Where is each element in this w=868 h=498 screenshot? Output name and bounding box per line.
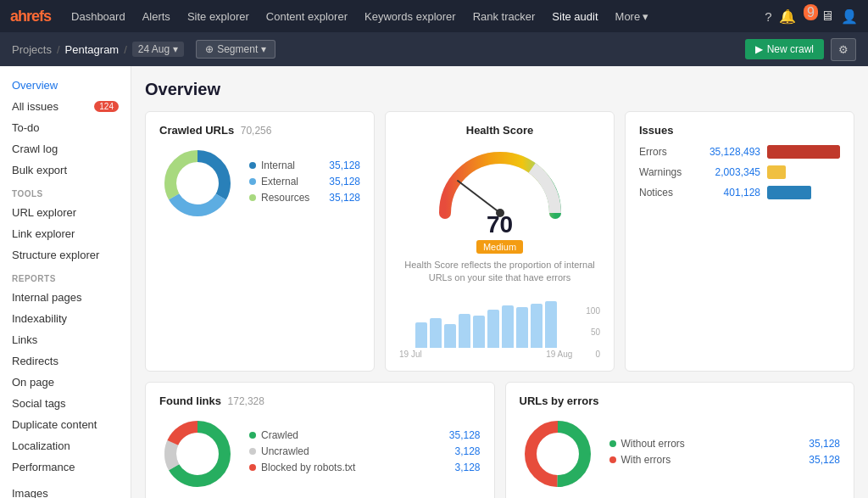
nav-keywords-explorer[interactable]: Keywords explorer (358, 7, 463, 26)
crawled-urls-total: 70,256 (241, 125, 272, 137)
issue-value: 35,128,493 (701, 146, 760, 158)
crawled-urls-card: Crawled URLs 70,256 (145, 111, 375, 372)
tools-section-label: TOOLS (0, 181, 131, 202)
nav-icons: ? 🔔 9 🖥 👤 (765, 8, 858, 25)
legend-blocked[interactable]: Blocked by robots.txt 3,128 (249, 462, 481, 473)
nav-site-audit[interactable]: Site audit (545, 7, 604, 26)
nav-site-explorer[interactable]: Site explorer (181, 7, 256, 26)
external-label: External (261, 176, 324, 187)
health-desc: Health Score reflects the proportion of … (399, 259, 600, 285)
issues-card: Issues Errors 35,128,493 Warnings 2,003,… (625, 111, 854, 372)
breadcrumb-date[interactable]: 24 Aug ▾ (132, 42, 184, 57)
legend-uncrawled[interactable]: Uncrawled 3,128 (249, 445, 481, 457)
crawled-urls-body: Internal 35,128 External 35,128 Resource… (159, 145, 360, 221)
legend-resources[interactable]: Resources 35,128 (249, 192, 360, 204)
issue-item-errors[interactable]: Errors 35,128,493 (639, 145, 840, 159)
chevron-down-icon: ▾ (261, 43, 266, 55)
issue-bar (767, 165, 786, 179)
settings-button[interactable]: ⚙ (831, 38, 856, 61)
breadcrumb-projects[interactable]: Projects (12, 43, 52, 56)
right-actions: ▶ New crawl ⚙ (745, 38, 856, 61)
nav-alerts[interactable]: Alerts (136, 7, 177, 26)
found-links-legend: Crawled 35,128 Uncrawled 3,128 Blocked b… (249, 429, 481, 478)
health-score-card: Health Score (385, 111, 615, 372)
resources-label: Resources (261, 192, 324, 204)
health-score-title: Health Score (399, 124, 600, 137)
crawled-urls-title: Crawled URLs 70,256 (159, 124, 360, 137)
monitor-icon[interactable]: 🖥 (821, 8, 834, 24)
issue-bar-wrap (767, 165, 840, 179)
cards-row-top: Crawled URLs 70,256 (145, 111, 854, 372)
legend-with-errors[interactable]: With errors 35,128 (609, 454, 841, 466)
sidebar-item-localization[interactable]: Localization (0, 435, 131, 456)
legend-crawled[interactable]: Crawled 35,128 (249, 429, 481, 441)
notifications-icon[interactable]: 🔔 9 (779, 8, 814, 25)
health-bar (502, 305, 514, 348)
external-dot (249, 178, 256, 185)
sidebar-item-redirects[interactable]: Redirects (0, 350, 131, 372)
urls-errors-donut (520, 416, 596, 492)
sidebar-item-link-explorer[interactable]: Link explorer (0, 223, 131, 244)
breadcrumb-site: Pentagram (65, 43, 120, 56)
sidebar-item-performance[interactable]: Performance (0, 456, 131, 478)
sidebar-item-todo[interactable]: To-do (0, 117, 131, 138)
sidebar-item-on-page[interactable]: On page (0, 372, 131, 393)
sidebar-item-images[interactable]: Images (0, 483, 131, 498)
sidebar-item-all-issues[interactable]: All issues 124 (0, 96, 131, 117)
legend-internal[interactable]: Internal 35,128 (249, 159, 360, 171)
nav-content-explorer[interactable]: Content explorer (259, 7, 354, 26)
sidebar: Overview All issues 124 To-do Crawl log … (0, 66, 131, 498)
help-icon[interactable]: ? (765, 9, 771, 24)
sidebar-item-duplicate-content[interactable]: Duplicate content (0, 414, 131, 435)
issue-item-notices[interactable]: Notices 401,128 (639, 186, 840, 199)
urls-errors-body: Without errors 35,128 With errors 35,128 (520, 416, 841, 492)
all-issues-badge: 124 (94, 101, 119, 112)
sidebar-item-social-tags[interactable]: Social tags (0, 393, 131, 414)
reports-section-label: REPORTS (0, 266, 131, 287)
top-nav: ahrefs Dashboard Alerts Site explorer Co… (0, 0, 868, 32)
with-error-dot (609, 456, 616, 463)
health-bar (531, 304, 542, 348)
nav-dashboard[interactable]: Dashboard (64, 7, 132, 26)
sidebar-item-links[interactable]: Links (0, 329, 131, 350)
nav-more[interactable]: More ▾ (609, 7, 656, 26)
segment-button[interactable]: ⊕ Segment ▾ (196, 40, 275, 59)
issues-list: Errors 35,128,493 Warnings 2,003,345 Not… (639, 145, 840, 199)
sidebar-item-crawl-log[interactable]: Crawl log (0, 138, 131, 159)
segment-icon: ⊕ (205, 43, 214, 55)
blocked-dot (249, 464, 256, 471)
health-bars (399, 297, 572, 348)
health-dates: 19 Jul 19 Aug (399, 350, 572, 359)
no-error-dot (609, 440, 616, 447)
urls-by-errors-title: URLs by errors (520, 394, 841, 407)
uncrawled-dot (249, 448, 256, 455)
sidebar-item-overview[interactable]: Overview (0, 75, 131, 96)
found-links-donut-svg (159, 416, 236, 492)
issue-bar-wrap (767, 145, 840, 159)
svg-point-11 (177, 434, 218, 474)
breadcrumb-bar: Projects / Pentagram / 24 Aug ▾ ⊕ Segmen… (0, 32, 868, 66)
health-bar (545, 301, 557, 348)
legend-without-errors[interactable]: Without errors 35,128 (609, 438, 841, 450)
issue-item-warnings[interactable]: Warnings 2,003,345 (639, 165, 840, 179)
issue-bar (767, 186, 811, 199)
found-links-title: Found links 172,328 (159, 394, 481, 407)
health-bar (444, 324, 456, 348)
sidebar-item-url-explorer[interactable]: URL explorer (0, 202, 131, 223)
health-gauge-svg (432, 145, 568, 221)
sidebar-item-structure-explorer[interactable]: Structure explorer (0, 244, 131, 266)
external-value: 35,128 (329, 176, 360, 187)
sidebar-item-bulk-export[interactable]: Bulk export (0, 159, 131, 181)
found-links-body: Crawled 35,128 Uncrawled 3,128 Blocked b… (159, 416, 481, 492)
urls-errors-legend: Without errors 35,128 With errors 35,128 (609, 438, 841, 470)
health-bar (487, 310, 499, 348)
user-avatar[interactable]: 👤 (841, 8, 858, 25)
sidebar-item-indexability[interactable]: Indexability (0, 308, 131, 329)
nav-rank-tracker[interactable]: Rank tracker (466, 7, 542, 26)
health-bar (473, 316, 485, 348)
legend-external[interactable]: External 35,128 (249, 176, 360, 187)
sidebar-item-internal-pages[interactable]: Internal pages (0, 287, 131, 308)
issue-bar-wrap (767, 186, 840, 199)
issue-bar (767, 145, 840, 159)
new-crawl-button[interactable]: ▶ New crawl (745, 39, 824, 59)
